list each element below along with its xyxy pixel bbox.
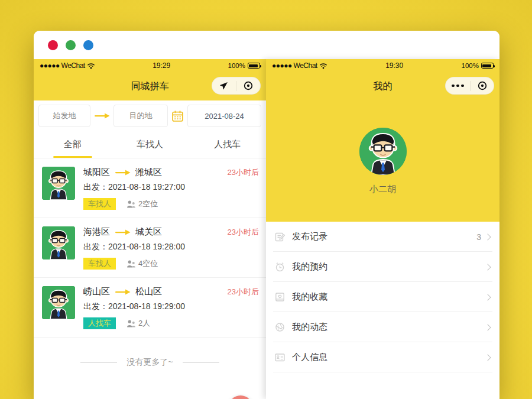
ride-item[interactable]: 崂山区 松山区 出发：2021-08-18 19:29:00 人找车 2人 [34,278,266,338]
ride-type-tag: 车找人 [83,198,116,210]
countdown-label: 23小时后 [228,287,259,297]
profile-avatar[interactable] [359,128,407,175]
capsule-divider [236,81,236,91]
avatar [42,286,75,319]
menu-item-publish-records[interactable]: 发布记录 3 [266,222,499,252]
window-titlebar [34,31,499,59]
nav-header: 我的 [266,72,499,100]
people-icon [126,200,136,208]
ride-item[interactable]: 城阳区 潍城区 出发：2021-08-18 19:27:00 车找人 2空位 [34,158,266,218]
clock-label: 19:29 [153,61,170,70]
route-line: 崂山区 松山区 [83,286,185,297]
tab-passenger-seeks-driver[interactable]: 人找车 [189,131,266,158]
desktop-background: ●●●●● WeChat 19:29 100% 同城拼车 [0,0,532,399]
battery-icon [248,63,260,69]
wifi-icon [319,63,327,69]
publish-fab-button[interactable] [229,395,252,399]
nickname-label: 小二胡 [369,184,396,195]
menu-item-my-activity[interactable]: 我的动态 [266,312,499,342]
route-arrow-icon [115,170,131,176]
clock-label: 19:30 [385,61,403,70]
page-title: 同城拼车 [131,80,169,93]
route-to: 城关区 [135,226,162,238]
status-bar: ●●●●● WeChat 19:30 100% [266,59,499,72]
miniprogram-capsule [212,77,261,95]
capsule-divider [470,81,471,91]
ride-item[interactable]: 海港区 城关区 出发：2021-08-18 19:28:00 车找人 4空位 [34,218,266,278]
chevron-right-icon [484,354,491,361]
route-line: 城阳区 潍城区 [83,167,185,178]
menu-item-personal-info[interactable]: 个人信息 [266,342,499,372]
route-to: 潍城区 [135,167,162,178]
route-line: 海港区 城关区 [83,226,185,238]
route-arrow-icon [94,113,110,119]
menu-item-my-favorites[interactable]: 我的收藏 [266,282,499,312]
aperture-icon [274,322,286,333]
chevron-right-icon [484,233,491,240]
route-arrow-icon [115,229,131,235]
carpool-list-screen: ●●●●● WeChat 19:29 100% 同城拼车 [34,59,266,399]
exit-target-icon[interactable] [477,80,488,91]
miniprogram-capsule [445,77,494,95]
profile-screen: ●●●●● WeChat 19:30 100% 我的 [266,59,499,399]
wifi-icon [87,63,95,69]
status-bar: ●●●●● WeChat 19:29 100% [34,59,266,72]
chevron-right-icon [484,324,491,330]
alarm-clock-icon [274,261,286,273]
edit-note-icon [274,231,286,242]
record-count: 3 [476,232,481,242]
end-of-list: 没有更多了~ [34,357,266,368]
page-title: 我的 [374,80,392,93]
depart-time-line: 出发：2021-08-18 19:27:00 [83,182,185,193]
carrier-label: ●●●●● WeChat [40,61,85,70]
seats-info: 2人 [126,318,150,329]
id-card-icon [274,352,286,363]
profile-header: 小二胡 [266,100,499,222]
filter-tabs: 全部 车找人 人找车 [34,131,266,158]
destination-input[interactable]: 目的地 [113,105,168,127]
exit-target-icon[interactable] [243,80,254,91]
avatar [42,167,75,200]
maximize-window-button[interactable] [83,40,93,50]
route-from: 崂山区 [83,286,110,297]
seats-info: 4空位 [126,258,158,269]
carrier-label: ●●●●● WeChat [272,61,317,70]
ride-type-tag: 车找人 [83,258,116,270]
more-options-icon[interactable] [452,85,464,87]
favorite-icon [274,291,286,303]
battery-percent: 100% [228,62,245,69]
calendar-icon[interactable] [171,110,184,122]
countdown-label: 23小时后 [228,167,259,178]
profile-menu: 发布记录 3 我的预约 我的收藏 [266,222,499,372]
minimize-window-button[interactable] [66,40,76,50]
seats-info: 2空位 [126,199,158,209]
origin-input[interactable]: 始发地 [38,105,90,127]
menu-item-my-reservations[interactable]: 我的预约 [266,252,499,282]
chevron-right-icon [484,294,491,300]
ride-type-tag: 人找车 [83,317,116,329]
browser-window: ●●●●● WeChat 19:29 100% 同城拼车 [34,31,499,399]
route-from: 海港区 [83,226,110,238]
people-icon [126,319,136,327]
close-window-button[interactable] [48,40,58,50]
battery-icon [481,63,494,69]
tab-all[interactable]: 全部 [34,131,111,158]
route-search-bar: 始发地 目的地 2021-08-24 [34,100,266,131]
depart-time-line: 出发：2021-08-18 19:28:00 [83,242,185,252]
route-arrow-icon [115,289,131,295]
route-from: 城阳区 [83,167,110,178]
chevron-right-icon [484,264,491,270]
location-share-icon[interactable] [219,81,229,91]
tab-driver-seeks-passenger[interactable]: 车找人 [111,131,189,158]
people-icon [126,259,136,268]
battery-percent: 100% [462,62,479,69]
route-to: 松山区 [135,286,162,297]
avatar [42,226,75,259]
countdown-label: 23小时后 [228,227,259,238]
nav-header: 同城拼车 [34,72,266,100]
date-picker[interactable]: 2021-08-24 [187,105,261,127]
depart-time-line: 出发：2021-08-18 19:29:00 [83,301,185,312]
